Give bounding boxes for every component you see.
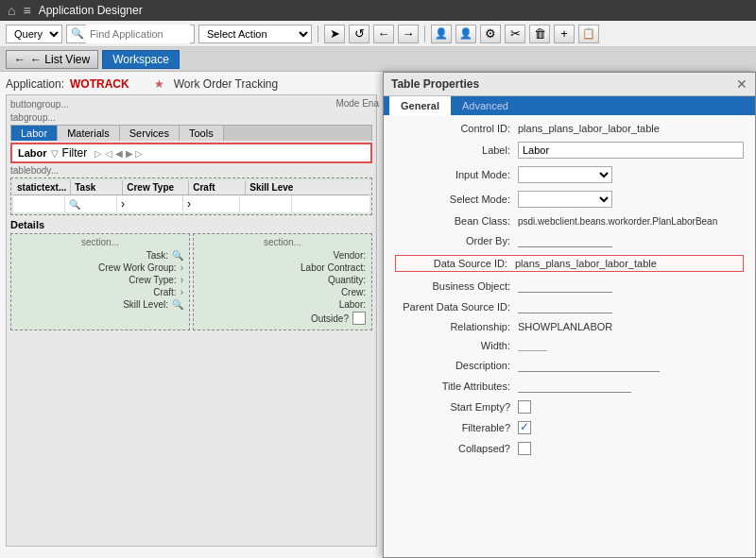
input-mode-label: Input Mode: <box>395 169 518 180</box>
order-by-label: Order By: <box>395 235 518 246</box>
col-task: Task <box>71 180 123 194</box>
col-statictext: statictext... <box>13 180 71 194</box>
prop-bean-class: Bean Class: psdi.webclient.beans.workord… <box>395 215 744 227</box>
dialog-tab-general[interactable]: General <box>389 96 451 115</box>
cell-1-4: › <box>183 195 240 212</box>
refresh-btn[interactable]: ↺ <box>349 25 369 43</box>
app-label-row: Application: WOTRACK ★ Work Order Tracki… <box>6 77 377 91</box>
mode-indicator: Mode Ena <box>335 98 379 109</box>
home-icon[interactable]: ⌂ <box>8 3 15 18</box>
parent-datasource-value[interactable] <box>518 300 612 313</box>
collapsed-label: Collapsed? <box>395 443 518 454</box>
arrow-right-circle-btn[interactable]: ➤ <box>324 25 345 43</box>
tab-strip: Labor Materials Services Tools <box>10 125 372 141</box>
vendor-label: Vendor: <box>334 250 366 261</box>
cell-1-3: › <box>117 195 183 212</box>
back-arrow-icon: ← <box>14 53 26 66</box>
labor-label: Labor: <box>339 299 366 310</box>
tab-tools[interactable]: Tools <box>180 126 224 141</box>
field-crew-type: Crew Type: › <box>17 275 183 285</box>
settings-btn[interactable]: ⚙ <box>480 25 501 43</box>
width-underline: _____ <box>518 340 547 351</box>
forward-btn[interactable]: → <box>398 25 419 43</box>
find-search-icon: 🔍 <box>71 27 84 40</box>
label-input[interactable] <box>518 142 744 159</box>
details-left-col: section... Task: 🔍 Crew Work Group: › Cr… <box>10 233 190 330</box>
back-btn[interactable]: ← <box>373 25 394 43</box>
filterable-checkbox[interactable] <box>518 421 531 434</box>
title-attributes-value[interactable] <box>518 380 631 393</box>
cut-btn[interactable]: ✂ <box>505 25 525 43</box>
prop-label: Label: <box>395 142 744 159</box>
select-action-select[interactable]: Select Action <box>198 25 312 43</box>
tab-labor[interactable]: Labor <box>11 126 58 141</box>
dialog-tab-advanced[interactable]: Advanced <box>451 96 520 115</box>
skill-level-search-icon[interactable]: 🔍 <box>172 299 183 310</box>
filterable-label: Filterable? <box>395 422 518 433</box>
outside-checkbox[interactable] <box>352 312 366 325</box>
crew-type-field-arrow: › <box>180 275 183 285</box>
dialog-titlebar: Table Properties ✕ <box>384 73 755 96</box>
field-task: Task: 🔍 <box>17 250 183 261</box>
list-view-btn[interactable]: ← ← List View <box>6 50 98 69</box>
prop-width: Width: _____ <box>395 340 744 351</box>
col-skill-level: Skill Leve <box>246 180 298 194</box>
crew-work-group-label: Crew Work Group: <box>98 262 177 273</box>
tab-materials[interactable]: Materials <box>58 126 120 141</box>
section-label-1: section... <box>17 237 183 247</box>
tab-services[interactable]: Services <box>120 126 180 141</box>
cell-1-5 <box>240 195 292 212</box>
labor-contract-label: Labor Contract: <box>301 262 366 273</box>
copy-btn[interactable]: 📋 <box>578 25 599 43</box>
collapsed-checkbox[interactable] <box>518 442 531 455</box>
details-section: Details section... Task: 🔍 Crew Work Gro… <box>10 219 372 330</box>
control-id-value: plans_plans_labor_labor_table <box>518 123 744 134</box>
person-add-btn[interactable]: 👤 <box>431 25 452 43</box>
dialog-close-btn[interactable]: ✕ <box>736 76 747 92</box>
col-craft: Craft <box>189 180 246 194</box>
delete-btn[interactable]: 🗑 <box>529 25 550 43</box>
tabgroup-label: tabgroup... <box>10 112 372 123</box>
workspace-tab[interactable]: Workspace <box>102 50 180 69</box>
task-search-icon[interactable]: 🔍 <box>69 199 80 210</box>
query-select[interactable]: Query <box>6 25 62 43</box>
find-application-input[interactable] <box>86 25 190 43</box>
dialog-tab-bar: General Advanced <box>384 96 755 115</box>
datasource-id-label: Data Source ID: <box>400 258 515 269</box>
business-object-value[interactable] <box>518 279 612 293</box>
skill-level-label: Skill Level: <box>123 299 168 310</box>
select-mode-label: Select Mode: <box>395 194 518 205</box>
task-field-search-icon[interactable]: 🔍 <box>172 250 183 261</box>
filter-bar: Labor ▽ Filter ▷ ◁ ◀ ▶ ▷ <box>10 143 372 163</box>
business-object-label: Business Object: <box>395 280 518 292</box>
person-btn[interactable]: 👤 <box>455 25 476 43</box>
quantity-label: Quantity: <box>328 275 366 285</box>
prop-start-empty: Start Empty? <box>395 400 744 414</box>
field-crew-work-group: Crew Work Group: › <box>17 262 183 273</box>
datasource-id-value: plans_plans_labor_labor_table <box>515 258 739 269</box>
field-quantity: Quantity: <box>199 275 366 285</box>
filter-triangle-icon: ▽ <box>51 148 59 159</box>
select-mode-select[interactable] <box>518 191 612 208</box>
start-empty-checkbox[interactable] <box>518 400 531 414</box>
work-order-label: Work Order Tracking <box>174 77 278 91</box>
designer-container: buttongroup... tabgroup... Labor Materia… <box>6 94 377 547</box>
input-mode-select[interactable] <box>518 166 612 183</box>
prop-input-mode: Input Mode: <box>395 166 744 183</box>
toolbar: Query 🔍 Select Action ➤ ↺ ← → 👤 👤 ⚙ ✂ 🗑 … <box>0 21 756 47</box>
cell-1-1 <box>13 195 65 212</box>
table-header-row: statictext... Task Crew Type Craft Skill… <box>13 180 369 195</box>
dialog-title: Table Properties <box>391 77 479 91</box>
prop-select-mode: Select Mode: <box>395 191 744 208</box>
description-value[interactable] <box>518 359 660 372</box>
add-btn[interactable]: + <box>554 25 575 43</box>
prop-parent-datasource: Parent Data Source ID: <box>395 300 744 313</box>
outside-label: Outside? <box>311 313 349 324</box>
order-by-value[interactable] <box>518 234 612 247</box>
prop-description: Description: <box>395 359 744 372</box>
task-label: Task: <box>146 250 168 261</box>
menu-icon[interactable]: ≡ <box>23 3 30 18</box>
filter-label-text: Labor <box>18 147 47 159</box>
app-name: WOTRACK <box>70 77 129 91</box>
relationship-label: Relationship: <box>395 321 518 332</box>
